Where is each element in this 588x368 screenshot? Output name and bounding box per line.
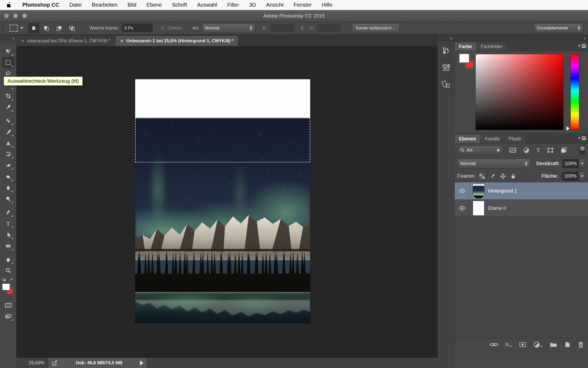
- color-panel-menu-icon[interactable]: [578, 44, 586, 48]
- new-adjustment-layer-icon[interactable]: [534, 341, 543, 348]
- filter-type-layers-icon[interactable]: T: [536, 147, 540, 154]
- subtract-from-selection-mode-button[interactable]: [54, 23, 65, 33]
- document-tab-unbenannt[interactable]: × Unbenannt–1 bei 25,6% (Hintergrund 1, …: [116, 36, 238, 46]
- refine-edge-button[interactable]: Kante verbessern...: [352, 23, 400, 33]
- canvas-area[interactable]: [16, 46, 438, 358]
- feather-input[interactable]: 0 Px: [121, 24, 153, 33]
- history-panel-button[interactable]: [438, 41, 455, 58]
- link-layers-icon[interactable]: [490, 342, 498, 347]
- opacity-value[interactable]: 100%: [563, 159, 585, 168]
- tab-farbe[interactable]: Farbe: [455, 42, 476, 51]
- tools-collapse-icon[interactable]: »: [0, 35, 16, 41]
- selection-marquee[interactable]: [135, 118, 310, 162]
- tool-hand[interactable]: [2, 254, 14, 265]
- window-titlebar[interactable]: Adobe Photoshop CC 2015: [0, 10, 588, 22]
- screen-mode-button[interactable]: [2, 311, 14, 322]
- layer-name[interactable]: Hintergrund 1: [488, 188, 517, 194]
- menu-ansicht[interactable]: Ansicht: [266, 2, 284, 8]
- menu-schrift[interactable]: Schrift: [172, 2, 187, 8]
- layer-filter-dropdown[interactable]: Art: [457, 146, 502, 155]
- layer-row-hintergrund[interactable]: Hintergrund 1: [455, 182, 588, 200]
- menubar-app-name[interactable]: Photoshop CC: [22, 2, 59, 8]
- tool-zoom[interactable]: [2, 265, 14, 276]
- tool-dodge[interactable]: [2, 193, 14, 204]
- options-grip[interactable]: [2, 24, 4, 32]
- layer-thumbnail[interactable]: [473, 183, 484, 198]
- apple-icon[interactable]: [7, 2, 12, 8]
- tool-blur[interactable]: [2, 182, 14, 193]
- window-close-button[interactable]: [4, 14, 9, 18]
- foreground-background-swatches[interactable]: [1, 283, 15, 297]
- new-selection-mode-button[interactable]: [28, 23, 39, 33]
- document-canvas[interactable]: [135, 79, 310, 323]
- new-layer-icon[interactable]: [564, 341, 571, 348]
- tab-close-icon[interactable]: ×: [120, 38, 123, 44]
- tool-preset-caret-icon[interactable]: [20, 27, 23, 29]
- document-tab-tutorial[interactable]: × tutorial.psd bei 25% (Ebene 1, CMYK/8)…: [16, 36, 116, 46]
- menu-hilfe[interactable]: Hilfe: [322, 2, 332, 8]
- blend-mode-dropdown[interactable]: Normal: [457, 159, 530, 168]
- menu-bild[interactable]: Bild: [127, 2, 136, 8]
- delete-layer-icon[interactable]: [578, 341, 584, 348]
- tool-eraser[interactable]: [2, 160, 14, 171]
- lock-transparency-icon[interactable]: [479, 174, 485, 179]
- lock-position-icon[interactable]: [500, 173, 506, 179]
- layer-name[interactable]: Ebene 0: [488, 206, 506, 211]
- workspace-dropdown[interactable]: Grundelemente: [534, 23, 583, 33]
- menu-filter[interactable]: Filter: [227, 2, 239, 8]
- menu-bearbeiten[interactable]: Bearbeiten: [92, 2, 118, 8]
- quick-mask-mode-button[interactable]: [2, 300, 14, 311]
- layer-filter-toggle[interactable]: [580, 146, 585, 155]
- saturation-brightness-field[interactable]: [475, 54, 564, 130]
- tool-type[interactable]: T: [2, 218, 14, 229]
- layer-thumbnail[interactable]: [473, 201, 484, 216]
- intersect-selection-mode-button[interactable]: [66, 23, 78, 33]
- window-minimize-button[interactable]: [13, 14, 18, 18]
- filter-shape-layers-icon[interactable]: [547, 147, 554, 153]
- lock-all-icon[interactable]: [511, 174, 515, 179]
- lock-pixels-icon[interactable]: [489, 174, 495, 179]
- share-icon[interactable]: [52, 360, 58, 366]
- hue-slider[interactable]: [570, 54, 579, 130]
- menu-datei[interactable]: Datei: [69, 2, 82, 8]
- status-options-arrow-icon[interactable]: [140, 361, 143, 365]
- panel-color-swatches[interactable]: [459, 53, 478, 72]
- tab-pfade[interactable]: Pfade: [504, 135, 526, 143]
- tool-move[interactable]: [2, 46, 14, 57]
- tool-eyedropper[interactable]: [2, 102, 14, 113]
- panel-resize-grip[interactable]: [581, 128, 587, 132]
- tool-shape-rectangle[interactable]: [2, 240, 14, 252]
- opacity-dropdown-icon[interactable]: [579, 159, 585, 168]
- tool-path-selection[interactable]: [2, 229, 14, 240]
- layer-visibility-toggle[interactable]: [455, 182, 470, 200]
- fill-value[interactable]: 100%: [562, 172, 585, 181]
- dock-collapse-icon[interactable]: «: [438, 35, 454, 41]
- layer-row-ebene0[interactable]: Ebene 0: [455, 200, 588, 217]
- antialias-checkbox[interactable]: [160, 26, 165, 31]
- foreground-color-swatch[interactable]: [2, 283, 10, 291]
- filter-adjustment-layers-icon[interactable]: [523, 147, 530, 153]
- width-input[interactable]: [270, 24, 294, 33]
- window-zoom-button[interactable]: [22, 14, 27, 18]
- tab-ebenen[interactable]: Ebenen: [455, 135, 481, 143]
- color-picker-marker[interactable]: [473, 52, 477, 56]
- menu-auswahl[interactable]: Auswahl: [197, 2, 217, 8]
- default-colors-icon[interactable]: [2, 278, 7, 282]
- menu-fenster[interactable]: Fenster: [293, 2, 312, 8]
- swap-colors-icon[interactable]: [9, 278, 15, 282]
- add-layer-mask-icon[interactable]: [519, 342, 526, 348]
- device-preview-panel-button[interactable]: [438, 74, 455, 92]
- marquee-tool-preview-icon[interactable]: [10, 25, 18, 32]
- tool-pen[interactable]: [2, 207, 14, 218]
- menu-ebene[interactable]: Ebene: [147, 2, 162, 8]
- status-doc-bar[interactable]: Dok: 46,6 MB/74,5 MB: [48, 358, 147, 368]
- tool-rectangular-marquee[interactable]: [2, 57, 14, 68]
- panels-collapse-icon[interactable]: »: [455, 35, 588, 41]
- style-dropdown[interactable]: Normal: [202, 23, 255, 33]
- tool-crop[interactable]: [2, 90, 14, 102]
- tab-farbfelder[interactable]: Farbfelder: [476, 42, 507, 51]
- filter-smart-objects-icon[interactable]: [561, 147, 567, 153]
- menu-3d[interactable]: 3D: [249, 2, 256, 8]
- tool-healing-brush[interactable]: [2, 115, 14, 126]
- zoom-level-field[interactable]: 25,63%: [16, 360, 44, 366]
